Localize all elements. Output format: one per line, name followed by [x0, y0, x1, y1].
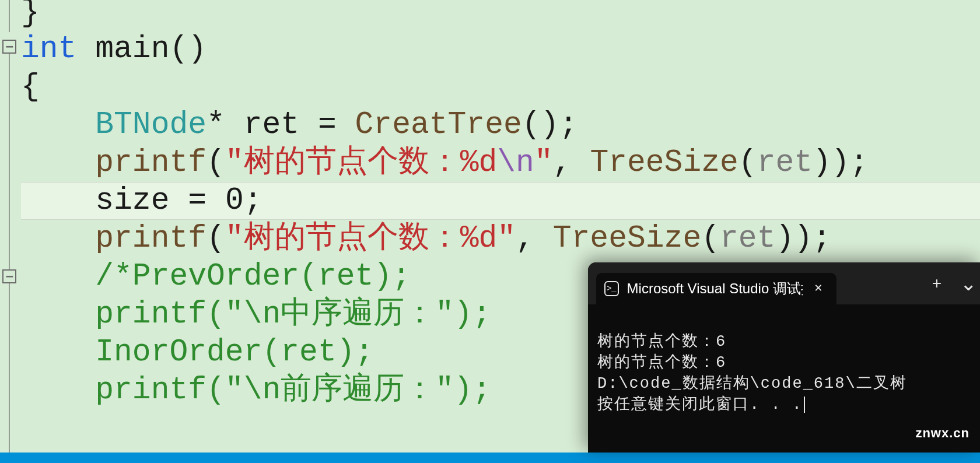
code-line[interactable]: printf("树的节点个数：%d", TreeSize(ret)); — [21, 220, 980, 258]
terminal-icon: >_ — [604, 281, 619, 296]
code-line[interactable]: } — [21, 0, 980, 32]
fold-toggle-icon[interactable]: − — [2, 269, 16, 283]
new-tab-button[interactable]: + — [917, 262, 957, 304]
code-line[interactable]: { — [21, 68, 980, 106]
code-line[interactable]: size = 0; — [21, 182, 980, 220]
terminal-tab[interactable]: >_ Microsoft Visual Studio 调试控 ✕ — [596, 273, 836, 304]
code-line[interactable]: BTNode* ret = CreatTree(); — [21, 106, 980, 144]
outline-line — [9, 0, 10, 32]
outline-line — [9, 54, 10, 269]
terminal-line: 按任意键关闭此窗口. . . — [597, 396, 803, 413]
terminal-tab-title: Microsoft Visual Studio 调试控 — [627, 279, 803, 298]
watermark: znwx.cn — [915, 426, 970, 441]
terminal-line: 树的节点个数：6 — [597, 354, 726, 371]
tab-dropdown-icon[interactable]: ⌄ — [957, 262, 980, 304]
terminal-output[interactable]: 树的节点个数：6 树的节点个数：6 D:\code_数据结构\code_618\… — [588, 304, 980, 436]
terminal-titlebar[interactable]: >_ Microsoft Visual Studio 调试控 ✕ + ⌄ — [588, 262, 980, 304]
terminal-line: 树的节点个数：6 — [597, 333, 726, 350]
debug-console-window[interactable]: >_ Microsoft Visual Studio 调试控 ✕ + ⌄ 树的节… — [588, 262, 980, 453]
status-bar — [0, 453, 980, 463]
fold-toggle-icon[interactable]: − — [2, 40, 16, 54]
outline-line — [9, 283, 10, 455]
terminal-line: D:\code_数据结构\code_618\二叉树 — [597, 375, 907, 392]
close-icon[interactable]: ✕ — [811, 280, 826, 297]
cursor-icon — [804, 397, 805, 413]
code-line[interactable]: printf("树的节点个数：%d\n", TreeSize(ret)); — [21, 144, 980, 182]
code-line[interactable]: int main() — [21, 30, 980, 68]
editor-gutter: − − — [0, 0, 21, 455]
